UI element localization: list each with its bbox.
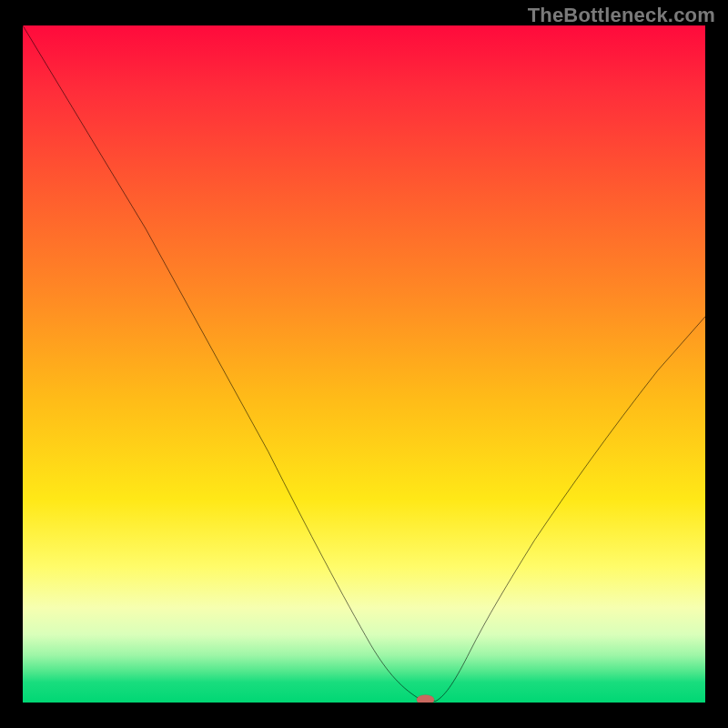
watermark-text: TheBottleneck.com [528,4,715,27]
curve-left-arm [23,25,436,702]
plot-area [23,25,705,703]
curve-right-arm [436,317,705,702]
bottleneck-marker [417,694,435,703]
curve-layer [23,25,705,703]
chart-frame: TheBottleneck.com [0,0,728,728]
